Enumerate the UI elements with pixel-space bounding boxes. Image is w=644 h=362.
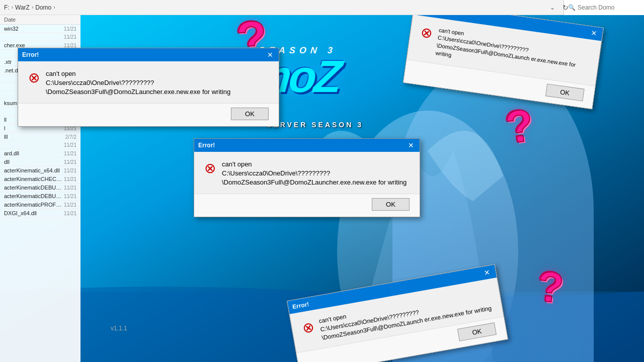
- list-item[interactable]: acterKinematicCHECKED_x64...11/21: [0, 175, 80, 184]
- explorer-titlebar: F: › WarZ › Domo ›: [0, 0, 584, 15]
- dialog-2-message-path: C:\Users\ccza0\OneDrive\?????????\DomoZS…: [222, 169, 407, 186]
- refresh-button[interactable]: ↻: [559, 2, 572, 14]
- list-item[interactable]: DXGI_x64.dll11/21: [0, 209, 80, 218]
- question-mark-4: ?: [535, 261, 566, 313]
- dialog-1-ok-button[interactable]: OK: [231, 108, 269, 120]
- error-dialog-2: Error! ✕ ⊗ can't open C:\Users\ccza0\One…: [194, 138, 420, 217]
- breadcrumb: F: › WarZ › Domo ›: [0, 4, 59, 11]
- dialog-4-ok-button[interactable]: OK: [457, 322, 497, 341]
- dialog-2-close-button[interactable]: ✕: [407, 141, 416, 150]
- address-bar-chevron[interactable]: ⌄: [546, 2, 558, 14]
- dialog-1-titlebar: Error! ✕: [18, 48, 279, 61]
- dialog-1-close-button[interactable]: ✕: [266, 50, 275, 59]
- list-item[interactable]: ard.dll11/21: [0, 149, 80, 158]
- list-item[interactable]: lll2/7/2: [0, 133, 80, 141]
- error-icon-1: ⊗: [28, 69, 40, 86]
- dialog-2-ok-button[interactable]: OK: [372, 198, 410, 211]
- dialog-3-ok-button[interactable]: OK: [545, 83, 585, 101]
- dialog-2-body: ⊗ can't open C:\Users\ccza0\OneDrive\???…: [194, 152, 420, 194]
- dialog-2-titlebar: Error! ✕: [194, 139, 420, 152]
- error-icon-2: ⊗: [204, 160, 216, 176]
- breadcrumb-domo[interactable]: Domo: [35, 4, 51, 11]
- error-dialog-1: Error! ✕ ⊗ can't open C:\Users\ccza0\One…: [18, 48, 279, 127]
- error-icon-4: ⊗: [301, 318, 315, 336]
- list-item[interactable]: acterKinematicDEBUG_x64.dll11/21: [0, 184, 80, 192]
- list-item[interactable]: win3211/21: [0, 25, 80, 33]
- column-header: Date: [0, 15, 80, 25]
- version-label: v1.1.1: [111, 325, 127, 332]
- dialog-4-title: Error!: [292, 300, 309, 310]
- list-item[interactable]: 11/21: [0, 33, 80, 41]
- breadcrumb-f[interactable]: F:: [4, 4, 10, 11]
- dialog-1-message-line1: can't open: [46, 70, 76, 77]
- dialog-1-body: ⊗ can't open C:\Users\ccza0\OneDrive\???…: [18, 61, 279, 103]
- dialog-1-title: Error!: [22, 51, 39, 58]
- list-item[interactable]: acterKinematicPROFILE_x64.dll11/21: [0, 201, 80, 209]
- server-season-label: SERVER SEASON 3: [267, 121, 363, 129]
- list-item[interactable]: acterKinematic_x64.dll11/21: [0, 166, 80, 175]
- list-item[interactable]: dll11/21: [0, 158, 80, 166]
- error-icon-3: ⊗: [420, 24, 433, 42]
- dialog-1-message-path: C:\Users\ccza0\OneDrive\?????????\DomoZS…: [46, 79, 230, 96]
- dialog-2-message: can't open C:\Users\ccza0\OneDrive\?????…: [222, 160, 410, 188]
- search-input[interactable]: [578, 4, 640, 11]
- breadcrumb-warz[interactable]: WarZ: [15, 4, 30, 11]
- dialog-3-close-button[interactable]: ✕: [589, 28, 599, 38]
- dialog-1-footer: OK: [18, 103, 279, 126]
- search-bar: 🔍: [564, 0, 644, 15]
- chevron-down-icon: ⌄: [550, 4, 555, 11]
- refresh-icon: ↻: [562, 4, 569, 12]
- dialog-2-title: Error!: [198, 142, 215, 149]
- list-item[interactable]: acterKinematicDEBUG_x86.dll11/21: [0, 192, 80, 201]
- dialog-1-message: can't open C:\Users\ccza0\OneDrive\?????…: [46, 69, 269, 97]
- dialog-4-close-button[interactable]: ✕: [482, 267, 493, 278]
- dialog-3-message-path: C:\Users\ccza0\OneDrive\?????????\DomoZS…: [435, 35, 576, 68]
- dialog-2-message-line1: can't open: [222, 160, 252, 168]
- list-item[interactable]: 11/21: [0, 141, 80, 149]
- dialog-2-footer: OK: [194, 194, 420, 217]
